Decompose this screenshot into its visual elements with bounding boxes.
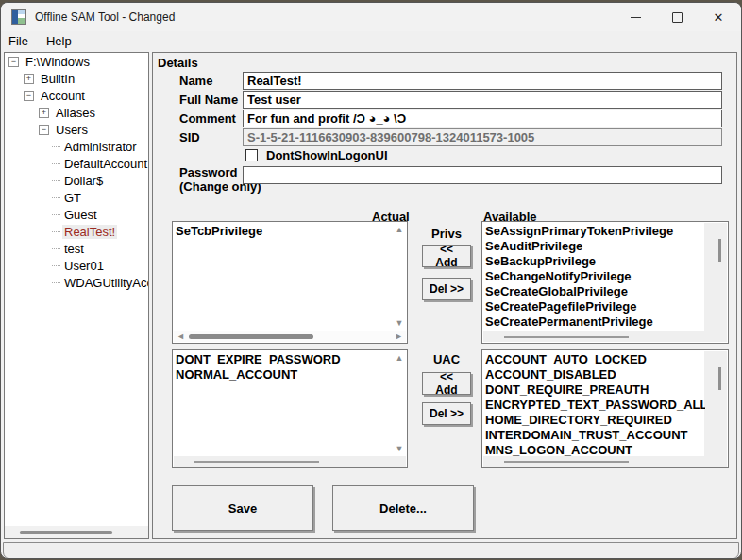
- list-item[interactable]: ACCOUNT_AUTO_LOCKED: [485, 352, 705, 367]
- list-item[interactable]: SeChangeNotifyPrivilege: [485, 269, 705, 284]
- list-content: ACCOUNT_AUTO_LOCKEDACCOUNT_DISABLEDDONT_…: [482, 350, 705, 456]
- minimize-button[interactable]: [615, 3, 656, 31]
- vertical-scrollbar[interactable]: ▲ ▼: [393, 223, 406, 331]
- privs-group-label: Privs: [422, 227, 471, 241]
- horizontal-scrollbar[interactable]: [483, 456, 727, 467]
- tree-connector: [52, 231, 60, 232]
- tree-item-label: Account: [39, 89, 87, 103]
- tree-connector: [52, 265, 60, 266]
- menu-file[interactable]: File: [8, 32, 35, 50]
- vertical-scrollbar[interactable]: [704, 223, 727, 331]
- details-panel: Details Name Full Name Comment SID DontS…: [152, 52, 737, 539]
- uac-add-button[interactable]: << Add: [422, 372, 471, 395]
- dont-show-in-logon-checkbox[interactable]: [245, 149, 258, 161]
- title-bar[interactable]: Offline SAM Tool - Changed ✕: [1, 3, 741, 31]
- tree-item-users[interactable]: −Users: [5, 121, 148, 138]
- tree-item-dollar[interactable]: Dollar$: [5, 172, 148, 189]
- tree-item-wdagutilityaccount[interactable]: WDAGUtilityAccount: [5, 274, 148, 291]
- maximize-button[interactable]: [656, 3, 698, 31]
- scrollbar-thumb[interactable]: [718, 239, 721, 262]
- window-controls: ✕: [615, 3, 739, 31]
- list-item[interactable]: SeCreatePermanentPrivilege: [485, 314, 705, 330]
- uac-available-list[interactable]: ACCOUNT_AUTO_LOCKEDACCOUNT_DISABLEDDONT_…: [481, 349, 729, 468]
- list-item[interactable]: SeCreateGlobalPrivilege: [485, 284, 705, 299]
- privs-actual-list[interactable]: SeTcbPrivilege ▲ ▼ ◄ ►: [172, 221, 408, 344]
- tree-item-label: test: [62, 242, 86, 256]
- tree-item-realtest[interactable]: RealTest!: [5, 223, 148, 240]
- collapse-icon[interactable]: −: [8, 57, 19, 67]
- comment-field[interactable]: [243, 110, 722, 127]
- list-item[interactable]: MNS_LOGON_ACCOUNT: [485, 443, 705, 456]
- scrollbar-thumb[interactable]: [194, 461, 319, 463]
- tree-item-account[interactable]: −Account: [5, 87, 148, 104]
- password-field[interactable]: [243, 166, 722, 184]
- scrollbar-thumb[interactable]: [718, 367, 721, 390]
- collapse-icon[interactable]: −: [24, 91, 34, 101]
- vertical-scrollbar[interactable]: ▲ ▼: [393, 351, 406, 456]
- tree-item-administrator[interactable]: Administrator: [5, 138, 148, 155]
- horizontal-scrollbar[interactable]: [174, 456, 406, 467]
- uac-actual-list[interactable]: DONT_EXPIRE_PASSWORDNORMAL_ACCOUNT ▲ ▼: [172, 349, 408, 468]
- scrollbar-thumb[interactable]: [504, 336, 629, 338]
- save-button[interactable]: Save: [172, 485, 313, 531]
- scrollbar-thumb[interactable]: [504, 461, 629, 463]
- tree-item-defaultaccount[interactable]: DefaultAccount: [5, 155, 148, 172]
- scroll-down-icon[interactable]: ▼: [396, 319, 404, 328]
- scroll-up-icon[interactable]: ▲: [396, 226, 404, 234]
- name-field[interactable]: [243, 72, 722, 90]
- tree-connector: [52, 146, 60, 147]
- tree-connector: [52, 282, 60, 283]
- privs-add-button[interactable]: << Add: [422, 245, 471, 267]
- menu-help[interactable]: Help: [46, 32, 78, 50]
- scroll-down-icon[interactable]: ▼: [396, 445, 404, 453]
- delete-button[interactable]: Delete...: [332, 485, 474, 531]
- app-icon-part: [18, 10, 25, 14]
- tree-item-gt[interactable]: GT: [5, 189, 148, 206]
- full-name-field[interactable]: [243, 91, 722, 109]
- scroll-left-icon[interactable]: ◄: [177, 332, 185, 341]
- horizontal-scrollbar[interactable]: [483, 331, 727, 342]
- list-item[interactable]: ACCOUNT_DISABLED: [485, 367, 705, 382]
- vertical-scrollbar[interactable]: [704, 351, 727, 456]
- scrollbar-thumb[interactable]: [20, 531, 112, 534]
- expand-icon[interactable]: +: [24, 74, 34, 84]
- list-item[interactable]: SeBackupPrivilege: [485, 254, 705, 269]
- full-name-label: Full Name: [179, 93, 238, 107]
- tree-item-aliases[interactable]: +Aliases: [5, 104, 148, 121]
- tree[interactable]: −F:\Windows+BuiltIn−Account+Aliases−User…: [5, 53, 148, 526]
- list-item[interactable]: ENCRYPTED_TEXT_PASSWORD_ALLOWED: [485, 398, 705, 413]
- app-window: Offline SAM Tool - Changed ✕ File Help −…: [0, 2, 742, 559]
- list-content: DONT_EXPIRE_PASSWORDNORMAL_ACCOUNT: [173, 350, 407, 456]
- list-item[interactable]: NORMAL_ACCOUNT: [176, 367, 407, 382]
- scroll-right-icon[interactable]: ►: [395, 332, 403, 341]
- horizontal-scrollbar[interactable]: ◄ ►: [174, 331, 406, 342]
- tree-item-builtin[interactable]: +BuiltIn: [5, 70, 148, 87]
- list-item[interactable]: SeAssignPrimaryTokenPrivilege: [485, 224, 705, 239]
- list-item[interactable]: SeTcbPrivilege: [176, 224, 407, 239]
- tree-horizontal-scrollbar[interactable]: [5, 526, 148, 538]
- collapse-icon[interactable]: −: [39, 125, 49, 135]
- tree-item-user01[interactable]: User01: [5, 257, 148, 274]
- list-item[interactable]: SeAuditPrivilege: [485, 239, 705, 254]
- list-item[interactable]: DONT_REQUIRE_PREAUTH: [485, 382, 705, 398]
- privs-del-button[interactable]: Del >>: [422, 278, 471, 300]
- list-item[interactable]: DONT_EXPIRE_PASSWORD: [176, 352, 407, 367]
- scrollbar-thumb[interactable]: [189, 334, 313, 339]
- scroll-up-icon[interactable]: ▲: [396, 354, 404, 363]
- tree-item-guest[interactable]: Guest: [5, 206, 148, 223]
- list-item[interactable]: SeCreatePagefilePrivilege: [485, 299, 705, 314]
- list-item[interactable]: HOME_DIRECTORY_REQUIRED: [485, 413, 705, 428]
- tree-item-test[interactable]: test: [5, 240, 148, 257]
- app-icon-part: [18, 18, 25, 24]
- minimize-icon: [631, 17, 641, 18]
- uac-del-button[interactable]: Del >>: [422, 402, 471, 425]
- tree-connector: [52, 214, 60, 215]
- list-item[interactable]: INTERDOMAIN_TRUST_ACCOUNT: [485, 428, 705, 443]
- close-button[interactable]: ✕: [698, 3, 739, 31]
- expand-icon[interactable]: +: [39, 108, 49, 118]
- tree-item-f-windows[interactable]: −F:\Windows: [5, 53, 148, 70]
- list-content: SeTcbPrivilege: [173, 222, 407, 331]
- password-label: Password: [179, 165, 237, 179]
- tree-item-label: RealTest!: [62, 225, 117, 239]
- privs-available-list[interactable]: SeAssignPrimaryTokenPrivilegeSeAuditPriv…: [481, 221, 729, 344]
